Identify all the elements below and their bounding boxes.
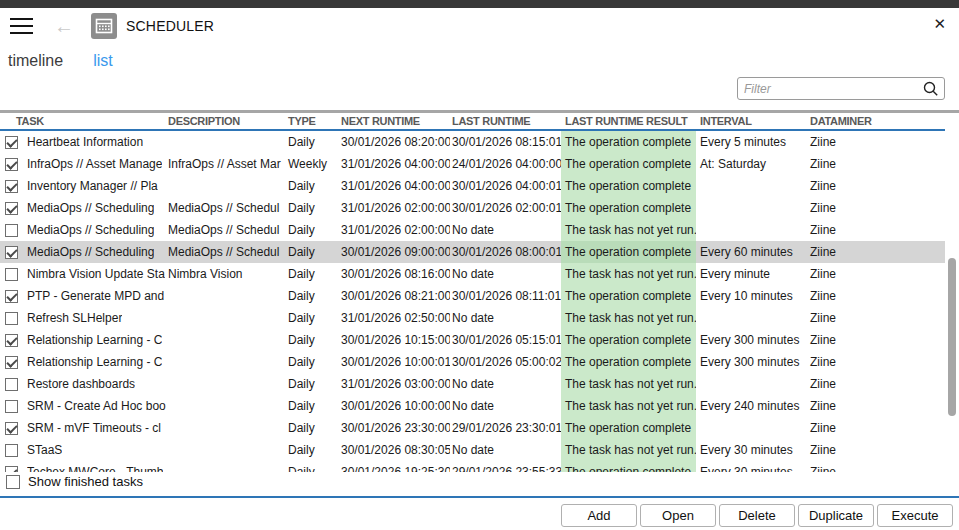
table-row[interactable]: Refresh SLHelper Daily 31/01/2026 02:50:… — [0, 307, 945, 329]
cell-task: Inventory Manager // Pla — [0, 175, 168, 197]
table-row[interactable]: SRM - Create Ad Hoc boo Daily 30/01/2026… — [0, 395, 945, 417]
table-row[interactable]: MediaOps // Scheduling MediaOps // Sched… — [0, 197, 945, 219]
table-row[interactable]: Relationship Learning - C Daily 30/01/20… — [0, 329, 945, 351]
cell-last-runtime-result: The operation complete — [561, 153, 696, 175]
row-checkbox[interactable] — [5, 180, 18, 193]
footer-divider — [0, 496, 959, 498]
delete-button[interactable]: Delete — [719, 504, 795, 527]
column-header-dataminer[interactable]: DATAMINER — [808, 115, 945, 127]
show-finished-checkbox[interactable] — [6, 475, 20, 489]
cell-task: InfraOps // Asset Manage — [0, 153, 168, 175]
task-name: InfraOps // Asset Manage — [27, 153, 162, 175]
cell-last-runtime-result: The operation complete — [561, 351, 696, 373]
table-row[interactable]: Inventory Manager // Pla Daily 31/01/202… — [0, 175, 945, 197]
cell-next-runtime: 30/01/2026 08:30:05 — [339, 439, 450, 461]
table-row[interactable]: MediaOps // Scheduling MediaOps // Sched… — [0, 219, 945, 241]
row-checkbox[interactable] — [5, 268, 18, 281]
cell-last-runtime: No date — [450, 439, 561, 461]
cell-dataminer: Ziine — [808, 285, 945, 307]
calendar-icon — [91, 13, 117, 39]
cell-task: SRM - mVF Timeouts - cl — [0, 417, 168, 439]
cell-description — [168, 351, 286, 373]
title-strip — [0, 0, 959, 8]
cell-last-runtime: 24/01/2026 04:00:00 — [450, 153, 561, 175]
cell-next-runtime: 31/01/2026 02:00:00 — [339, 219, 450, 241]
cell-last-runtime-result: The task has not yet run. — [561, 263, 696, 285]
tab-list[interactable]: list — [93, 52, 113, 70]
task-name: Inventory Manager // Pla — [27, 175, 158, 197]
cell-description: MediaOps // Schedul — [168, 241, 286, 263]
back-arrow-icon[interactable]: ← — [54, 16, 74, 36]
row-checkbox[interactable] — [5, 290, 18, 303]
close-icon[interactable]: ✕ — [933, 16, 946, 31]
row-checkbox[interactable] — [5, 224, 18, 237]
table-row[interactable]: Nimbra Vision Update Sta Nimbra Vision D… — [0, 263, 945, 285]
execute-button[interactable]: Execute — [877, 504, 953, 527]
table-row[interactable]: Restore dashboards Daily 31/01/2026 03:0… — [0, 373, 945, 395]
open-button[interactable]: Open — [640, 504, 716, 527]
tab-timeline[interactable]: timeline — [8, 52, 63, 70]
cell-description — [168, 175, 286, 197]
row-checkbox[interactable] — [5, 356, 18, 369]
row-checkbox[interactable] — [5, 444, 18, 457]
table-row[interactable]: Techex MWCore - Thumb Daily 30/01/2026 1… — [0, 461, 945, 472]
row-checkbox[interactable] — [5, 334, 18, 347]
hamburger-menu-icon[interactable] — [10, 13, 33, 39]
cell-last-runtime: 30/01/2026 05:00:02 — [450, 351, 561, 373]
cell-type: Daily — [286, 351, 339, 373]
column-header-description[interactable]: DESCRIPTION — [168, 115, 286, 127]
cell-type: Daily — [286, 461, 339, 472]
column-header-task[interactable]: TASK — [0, 115, 168, 127]
vertical-scrollbar-thumb[interactable] — [948, 258, 956, 416]
cell-last-runtime: 30/01/2026 08:11:01 — [450, 285, 561, 307]
row-checkbox[interactable] — [5, 422, 18, 435]
table-row[interactable]: STaaS Daily 30/01/2026 08:30:05 No date … — [0, 439, 945, 461]
cell-dataminer: Ziine — [808, 417, 945, 439]
cell-interval: Every 10 minutes — [696, 285, 808, 307]
row-checkbox[interactable] — [5, 312, 18, 325]
cell-description — [168, 131, 286, 153]
cell-type: Daily — [286, 395, 339, 417]
column-header-interval[interactable]: INTERVAL — [696, 115, 808, 127]
row-checkbox[interactable] — [5, 378, 18, 391]
column-header-next-runtime[interactable]: NEXT RUNTIME — [339, 115, 450, 127]
row-checkbox[interactable] — [5, 158, 18, 171]
cell-type: Daily — [286, 307, 339, 329]
task-name: Restore dashboards — [27, 373, 135, 395]
column-header-last-runtime[interactable]: LAST RUNTIME — [450, 115, 561, 127]
add-button[interactable]: Add — [561, 504, 637, 527]
cell-last-runtime: No date — [450, 373, 561, 395]
row-checkbox[interactable] — [5, 466, 18, 473]
column-header-last-runtime-result[interactable]: LAST RUNTIME RESULT — [561, 115, 696, 127]
row-checkbox[interactable] — [5, 136, 18, 149]
table-row[interactable]: SRM - mVF Timeouts - cl Daily 30/01/2026… — [0, 417, 945, 439]
cell-interval: Every 60 minutes — [696, 241, 808, 263]
table-row[interactable]: Relationship Learning - C Daily 30/01/20… — [0, 351, 945, 373]
cell-dataminer: Ziine — [808, 241, 945, 263]
cell-next-runtime: 31/01/2026 03:00:00 — [339, 373, 450, 395]
table-row[interactable]: MediaOps // Scheduling MediaOps // Sched… — [0, 241, 945, 263]
row-checkbox[interactable] — [5, 400, 18, 413]
cell-type: Daily — [286, 439, 339, 461]
cell-next-runtime: 31/01/2026 02:50:00 — [339, 307, 450, 329]
row-checkbox[interactable] — [5, 246, 18, 259]
task-name: PTP - Generate MPD and — [27, 285, 164, 307]
table-row[interactable]: Heartbeat Information Daily 30/01/2026 0… — [0, 131, 945, 153]
row-checkbox[interactable] — [5, 202, 18, 215]
duplicate-button[interactable]: Duplicate — [798, 504, 874, 527]
search-icon[interactable] — [921, 81, 941, 97]
cell-description — [168, 373, 286, 395]
table-row[interactable]: PTP - Generate MPD and Daily 30/01/2026 … — [0, 285, 945, 307]
cell-next-runtime: 30/01/2026 23:30:00 — [339, 417, 450, 439]
table-row[interactable]: InfraOps // Asset Manage InfraOps // Ass… — [0, 153, 945, 175]
filter-container — [737, 77, 945, 100]
cell-last-runtime-result: The task has not yet run. — [561, 439, 696, 461]
column-header-type[interactable]: TYPE — [286, 115, 339, 127]
cell-dataminer: Ziine — [808, 351, 945, 373]
cell-interval — [696, 373, 808, 395]
filter-input[interactable] — [738, 82, 921, 96]
cell-description — [168, 329, 286, 351]
page-title: SCHEDULER — [126, 18, 214, 34]
cell-next-runtime: 30/01/2026 10:00:00 — [339, 395, 450, 417]
cell-dataminer: Ziine — [808, 153, 945, 175]
